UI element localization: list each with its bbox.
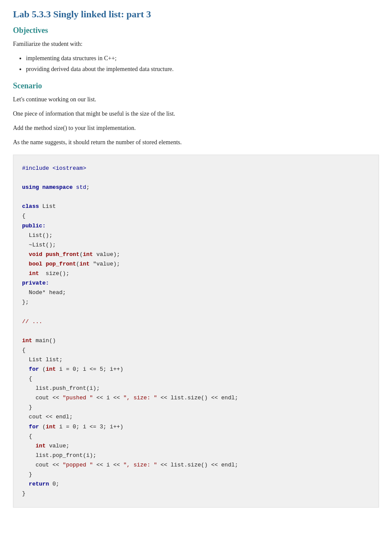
scenario-p1: Let's continue working on our list. <box>13 95 379 104</box>
scenario-section: Scenario Let's continue working on our l… <box>13 81 379 147</box>
scenario-p3: Add the method size() to your list imple… <box>13 123 379 133</box>
objectives-intro: Familiarize the student with: <box>13 39 379 49</box>
list-item: implementing data structures in C++; <box>26 54 379 63</box>
objectives-heading: Objectives <box>13 26 379 35</box>
scenario-heading: Scenario <box>13 81 379 91</box>
scenario-p4: As the name suggests, it should return t… <box>13 138 379 147</box>
scenario-p2: One piece of information that might be u… <box>13 109 379 118</box>
list-item: providing derived data about the impleme… <box>26 65 379 74</box>
code-block: #include <iostream> using namespace std;… <box>13 155 379 508</box>
objectives-list: implementing data structures in C++; pro… <box>26 54 379 74</box>
objectives-section: Objectives Familiarize the student with:… <box>13 26 379 74</box>
page-title: Lab 5.3.3 Singly linked list: part 3 <box>13 9 379 20</box>
